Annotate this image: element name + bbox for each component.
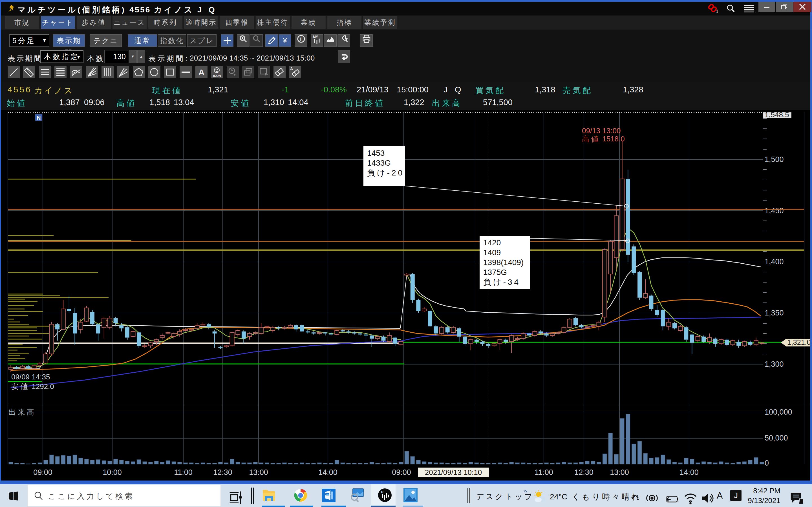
svg-text:1,450: 1,450 xyxy=(765,207,784,215)
svg-text:高値 1518.0: 高値 1518.0 xyxy=(582,135,625,143)
svg-text:1409: 1409 xyxy=(483,248,501,257)
svg-text:100,000: 100,000 xyxy=(765,408,792,416)
svg-text:安値 1292.0: 安値 1292.0 xyxy=(11,382,54,391)
svg-text:1375G: 1375G xyxy=(483,268,507,277)
svg-text:09/09 14:35: 09/09 14:35 xyxy=(11,373,50,381)
svg-text:13:00: 13:00 xyxy=(249,468,268,476)
svg-text:1,350: 1,350 xyxy=(765,309,784,317)
svg-text:1398(1409): 1398(1409) xyxy=(483,258,523,267)
svg-text:10:00: 10:00 xyxy=(103,468,122,476)
svg-text:11:00: 11:00 xyxy=(174,468,193,476)
svg-text:09:00: 09:00 xyxy=(33,468,52,476)
svg-text:1,321.0: 1,321.0 xyxy=(787,338,811,346)
svg-text:A: A xyxy=(290,66,293,71)
svg-text:1: 1 xyxy=(716,9,718,13)
svg-text:11:00: 11:00 xyxy=(535,468,553,476)
svg-text:0: 0 xyxy=(765,459,769,467)
svg-text:1,548.5: 1,548.5 xyxy=(765,110,789,119)
svg-text:1420: 1420 xyxy=(483,238,501,247)
svg-text:09:00: 09:00 xyxy=(392,468,411,476)
svg-text:i: i xyxy=(300,36,302,42)
svg-text:14:00: 14:00 xyxy=(318,468,338,476)
svg-text:1,400: 1,400 xyxy=(765,258,784,266)
svg-text:出来高: 出来高 xyxy=(8,408,36,416)
svg-text:12:30: 12:30 xyxy=(574,468,594,476)
svg-text:ICON: ICON xyxy=(213,74,221,77)
svg-text:14:00: 14:00 xyxy=(679,468,699,476)
svg-text:負け-34: 負け-34 xyxy=(483,278,520,286)
svg-text:1433G: 1433G xyxy=(367,159,391,167)
svg-text:12:30: 12:30 xyxy=(213,468,232,476)
svg-text:2021/09/13 10:10: 2021/09/13 10:10 xyxy=(425,468,482,476)
svg-text:負け-20: 負け-20 xyxy=(367,168,404,177)
svg-text:1,500: 1,500 xyxy=(765,155,784,164)
svg-text:09/13 13:00: 09/13 13:00 xyxy=(582,126,620,135)
svg-text:1,300: 1,300 xyxy=(765,360,784,369)
svg-text:1453: 1453 xyxy=(367,149,385,158)
svg-text:13:00: 13:00 xyxy=(610,468,629,476)
svg-text:MY: MY xyxy=(313,35,318,39)
svg-text:N: N xyxy=(37,115,41,121)
svg-text:50,000: 50,000 xyxy=(765,434,788,442)
